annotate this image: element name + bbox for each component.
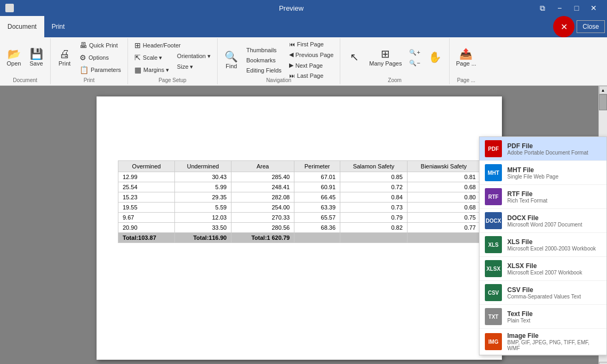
save-icon: 💾 bbox=[30, 48, 43, 59]
export-item-xlsx[interactable]: XLSX XLSX File Microsoft Excel 2007 Work… bbox=[480, 257, 606, 281]
table-total-row: Total:103.87Total:116.90Total:1 620.79 bbox=[118, 233, 481, 243]
col-header-undermined: Undermined bbox=[174, 161, 231, 172]
export-item-docx[interactable]: DOCX DOCX File Microsoft Word 2007 Docum… bbox=[480, 209, 606, 233]
export-item-mht[interactable]: MHT MHT File Single File Web Page bbox=[480, 161, 606, 185]
parameters-btn[interactable]: 📋 Parameters bbox=[76, 64, 124, 76]
editing-fields-btn[interactable]: Editing Fields bbox=[243, 66, 285, 75]
ribbon-group-navigation: 🔍 Find Thumbnails Bookmarks Editing Fiel… bbox=[218, 38, 341, 84]
save-btn[interactable]: 💾 Save bbox=[26, 46, 47, 69]
hand-btn[interactable]: ✋ bbox=[425, 50, 446, 66]
close-label-btn[interactable]: Close bbox=[577, 20, 605, 33]
table-total-cell: Total:116.90 bbox=[174, 233, 231, 243]
col-header-area: Area bbox=[231, 161, 294, 172]
export-desc-docx: Microsoft Word 2007 Document bbox=[507, 222, 582, 228]
next-page-icon: ▶ bbox=[289, 62, 293, 69]
ribbon-group-zoom: ↖ ⊞ Many Pages 🔍+ 🔍− ✋ Zoom bbox=[340, 38, 450, 84]
table-cell: 285.40 bbox=[231, 172, 294, 182]
first-page-label: First Page bbox=[297, 41, 324, 47]
navigation-group-label: Navigation bbox=[218, 77, 340, 83]
table-cell: 0.81 bbox=[407, 172, 480, 182]
table-cell: 15.23 bbox=[118, 192, 175, 203]
cursor-btn[interactable]: ↖ bbox=[344, 50, 365, 66]
export-item-csv[interactable]: CSV CSV File Comma-Separated Values Text bbox=[480, 281, 606, 305]
table-cell: 0.84 bbox=[340, 192, 408, 203]
export-name-docx: DOCX File bbox=[507, 214, 582, 222]
next-page-btn[interactable]: ▶ Next Page bbox=[286, 60, 337, 70]
bookmarks-label: Bookmarks bbox=[246, 57, 276, 63]
export-icon-txt: TXT bbox=[485, 308, 502, 325]
export-icon-xls: XLS bbox=[485, 236, 502, 253]
close-btn[interactable]: ✕ bbox=[586, 0, 602, 16]
table-cell: 5.99 bbox=[174, 182, 231, 192]
table-cell: 68.36 bbox=[294, 223, 340, 233]
orientation-btn[interactable]: Orientation ▾ bbox=[174, 51, 214, 61]
tab-document[interactable]: Document bbox=[0, 16, 44, 37]
table-cell: 19.55 bbox=[118, 203, 175, 213]
pagesetup-group-label: Page Setup bbox=[128, 77, 217, 83]
table-cell: 0.73 bbox=[340, 203, 408, 213]
table-cell: 282.08 bbox=[231, 192, 294, 203]
window-label-btn[interactable]: ⧉ bbox=[534, 0, 550, 16]
scroll-up-btn[interactable]: ▲ bbox=[599, 86, 608, 94]
find-btn[interactable]: 🔍 Find bbox=[221, 49, 242, 71]
table-cell: 29.35 bbox=[174, 192, 231, 203]
ribbon-content: 📂 Open 💾 Save Document 🖨 Print 🖶 bbox=[0, 37, 607, 85]
header-footer-btn[interactable]: ⊞ Header/Footer bbox=[131, 39, 184, 51]
table-cell: 0.82 bbox=[340, 223, 408, 233]
first-page-btn[interactable]: ⏮ First Page bbox=[286, 39, 337, 49]
zoom-group-label: Zoom bbox=[340, 77, 449, 83]
export-item-txt[interactable]: TXT Text File Plain Text bbox=[480, 305, 606, 329]
main-area: Overmined Undermined Area Perimeter Sala… bbox=[0, 86, 607, 364]
scroll-down-btn[interactable]: ▼ bbox=[599, 362, 608, 364]
size-label: Size ▾ bbox=[177, 63, 193, 70]
table-row: 20.9033.50280.5668.360.820.77 bbox=[118, 223, 481, 233]
restore-btn[interactable]: □ bbox=[569, 0, 585, 16]
export-icon-rtf: RTF bbox=[485, 188, 502, 205]
export-item-xls[interactable]: XLS XLS File Microsoft Excel 2000-2003 W… bbox=[480, 233, 606, 257]
export-desc-pdf: Adobe Portable Document Format bbox=[507, 150, 588, 156]
page: Overmined Undermined Area Perimeter Sala… bbox=[97, 96, 502, 360]
table-cell: 65.57 bbox=[294, 213, 340, 223]
table-cell: 60.91 bbox=[294, 182, 340, 192]
thumbnails-btn[interactable]: Thumbnails bbox=[243, 45, 285, 55]
quick-print-icon: 🖶 bbox=[79, 41, 87, 50]
export-item-img[interactable]: IMG Image File BMP, GIF, JPEG, PNG, TIFF… bbox=[480, 329, 606, 355]
hand-icon: ✋ bbox=[428, 52, 442, 62]
size-btn[interactable]: Size ▾ bbox=[174, 62, 214, 72]
table-cell: 0.68 bbox=[407, 182, 480, 192]
col-header-bieniawski: Bieniawski Safety bbox=[407, 161, 480, 172]
prev-page-btn[interactable]: ◀ Previous Page bbox=[286, 50, 337, 60]
table-cell: 0.80 bbox=[407, 192, 480, 203]
header-footer-icon: ⊞ bbox=[134, 41, 141, 50]
find-icon: 🔍 bbox=[225, 51, 238, 62]
zoom-in-btn[interactable]: 🔍+ bbox=[406, 47, 423, 58]
options-btn[interactable]: ⚙ Options bbox=[76, 52, 124, 63]
export-name-xlsx: XLSX File bbox=[507, 262, 582, 270]
print-btn[interactable]: 🖨 Print bbox=[54, 46, 75, 69]
page-group-label: Page ... bbox=[450, 77, 483, 83]
prev-page-label: Previous Page bbox=[295, 52, 334, 58]
export-item-rtf[interactable]: RTF RTF File Rich Text Format bbox=[480, 185, 606, 209]
parameters-label: Parameters bbox=[91, 67, 121, 73]
table-total-cell bbox=[294, 233, 340, 243]
export-btn[interactable]: 📤 Page ... bbox=[453, 46, 480, 69]
open-btn[interactable]: 📂 Open bbox=[3, 46, 25, 69]
print-icon: 🖨 bbox=[59, 48, 70, 59]
table-total-cell bbox=[340, 233, 408, 243]
close-red-btn[interactable]: ✕ bbox=[553, 16, 574, 37]
scroll-thumb[interactable] bbox=[599, 94, 607, 110]
zoom-out-btn[interactable]: 🔍− bbox=[406, 58, 423, 68]
window-controls: ⧉ − □ ✕ bbox=[534, 0, 602, 16]
many-pages-label: Many Pages bbox=[369, 60, 402, 67]
quick-print-btn[interactable]: 🖶 Quick Print bbox=[76, 39, 124, 51]
table-cell: 5.59 bbox=[174, 203, 231, 213]
tab-print[interactable]: Print bbox=[44, 16, 73, 37]
minimize-btn[interactable]: − bbox=[552, 0, 568, 16]
export-icon-pdf: PDF bbox=[485, 140, 502, 157]
many-pages-btn[interactable]: ⊞ Many Pages bbox=[366, 46, 405, 69]
export-item-pdf[interactable]: PDF PDF File Adobe Portable Document For… bbox=[480, 137, 606, 161]
export-name-txt: Text File bbox=[507, 310, 533, 318]
export-icon: 📤 bbox=[459, 48, 473, 59]
export-icon-xlsx: XLSX bbox=[485, 260, 502, 277]
bookmarks-btn[interactable]: Bookmarks bbox=[243, 55, 285, 65]
